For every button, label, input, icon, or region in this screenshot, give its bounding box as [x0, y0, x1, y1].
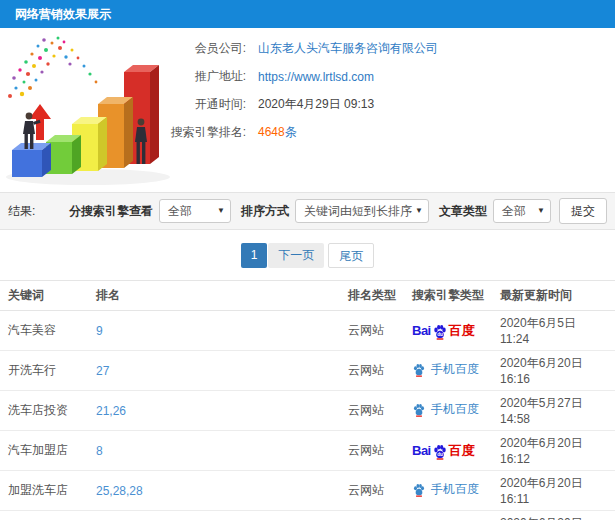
open-time-value: 2020年4月29日 09:13 — [258, 96, 374, 113]
chevron-down-icon: ▼ — [415, 200, 423, 222]
rank-count-suffix: 条 — [285, 125, 297, 139]
table-row: 加盟洗车店 25,28,28 云网站 Bai du 百度 — [0, 471, 615, 511]
rank-cell[interactable]: 30 — [88, 511, 340, 520]
mobile-baidu-paw-icon — [412, 363, 426, 377]
update-time-cell: 2020年6月20日 16:16 — [492, 351, 615, 391]
keyword-cell: 洗车店投资 — [0, 391, 88, 431]
confetti-dots — [8, 37, 97, 99]
engine-type-cell: Bai du 百度 — [404, 471, 492, 511]
baidu-paw-icon: du — [432, 444, 448, 460]
page-1-button[interactable]: 1 — [241, 243, 268, 268]
column-header-rank: 排名 — [88, 281, 340, 311]
member-company-row: 会员公司: 山东老人头汽车服务咨询有限公司 — [150, 40, 438, 57]
sort-selected-value: 关键词由短到长排序 — [304, 204, 412, 218]
update-time-cell: 2020年6月5日 11:24 — [492, 311, 615, 351]
article-type-label: 文章类型 — [439, 203, 487, 220]
rank-type-cell: 云网站 — [340, 391, 404, 431]
article-type-selected-value: 全部 — [502, 204, 526, 218]
mobile-baidu-label: 手机百度 — [431, 361, 479, 378]
baidu-logo: Bai du 百度 — [412, 324, 475, 338]
engine-filter-select[interactable]: 全部 ▼ — [159, 199, 231, 223]
engine-type-cell: Bai du 百度 — [404, 311, 492, 351]
keyword-cell: 汽车加盟店 — [0, 431, 88, 471]
table-row: 汽车加盟店 8 云网站 Bai du 百度 — [0, 431, 615, 471]
mobile-baidu-paw-icon — [412, 403, 426, 417]
summary-section: 会员公司: 山东老人头汽车服务咨询有限公司 推广地址: https://www.… — [0, 28, 615, 192]
mobile-baidu-badge: 手机百度 — [412, 481, 479, 498]
engine-rank-count-label: 搜索引擎排名: — [150, 124, 246, 141]
engine-type-cell: Bai du 百度 — [404, 511, 492, 520]
last-page-button[interactable]: 尾页 — [328, 243, 374, 268]
baidu-logo: Bai du 百度 — [412, 444, 475, 458]
member-company-label: 会员公司: — [150, 40, 246, 57]
table-row: 洗车店投资 21,26 云网站 Bai du 百度 — [0, 391, 615, 431]
column-header-update-time: 最新更新时间 — [492, 281, 615, 311]
engine-type-cell: Bai du 百度 — [404, 391, 492, 431]
table-row: 洗车赚钱吗 30 云网站 Bai du 百度 — [0, 511, 615, 520]
sort-select[interactable]: 关键词由短到长排序 ▼ — [295, 199, 429, 223]
rank-cell[interactable]: 8 — [88, 431, 340, 471]
rank-cell[interactable]: 25,28,28 — [88, 471, 340, 511]
pagination: 1 下一页 尾页 — [0, 243, 615, 268]
engine-filter-selected-value: 全部 — [168, 204, 192, 218]
column-header-keyword: 关键词 — [0, 281, 88, 311]
svg-text:du: du — [437, 452, 443, 457]
promotion-url-label: 推广地址: — [150, 68, 246, 85]
update-time-cell: 2020年6月20日 16:11 — [492, 471, 615, 511]
member-info: 会员公司: 山东老人头汽车服务咨询有限公司 推广地址: https://www.… — [150, 40, 438, 152]
column-header-engine-type: 搜索引擎类型 — [404, 281, 492, 311]
filter-controls: 分搜索引擎查看 全部 ▼ 排序方式 关键词由短到长排序 ▼ 文章类型 全部 ▼ … — [59, 198, 607, 224]
baidu-logo-text-cn: 百度 — [449, 444, 475, 458]
chevron-down-icon: ▼ — [537, 200, 545, 222]
table-row: 开洗车行 27 云网站 Bai du 百度 — [0, 351, 615, 391]
column-header-rank-type: 排名类型 — [340, 281, 404, 311]
sort-label: 排序方式 — [241, 203, 289, 220]
next-page-button[interactable]: 下一页 — [268, 243, 324, 268]
engine-rank-count-value: 4648条 — [258, 124, 297, 141]
keyword-cell: 洗车赚钱吗 — [0, 511, 88, 520]
table-row: 汽车美容 9 云网站 Bai du 百度 — [0, 311, 615, 351]
rank-type-cell: 云网站 — [340, 471, 404, 511]
mobile-baidu-paw-icon — [412, 483, 426, 497]
rank-type-cell: 云网站 — [340, 311, 404, 351]
promotion-url-row: 推广地址: https://www.lrtlsd.com — [150, 68, 438, 85]
mobile-baidu-badge: 手机百度 — [412, 401, 479, 418]
bar-green — [46, 135, 81, 174]
rank-type-cell: 云网站 — [340, 431, 404, 471]
rank-count-number: 4648 — [258, 125, 285, 139]
rank-type-cell: 云网站 — [340, 511, 404, 520]
engine-rank-count-row: 搜索引擎排名: 4648条 — [150, 124, 438, 141]
article-type-select[interactable]: 全部 ▼ — [493, 199, 551, 223]
rank-cell[interactable]: 27 — [88, 351, 340, 391]
rank-cell[interactable]: 21,26 — [88, 391, 340, 431]
filter-bar: 结果: 分搜索引擎查看 全部 ▼ 排序方式 关键词由短到长排序 ▼ 文章类型 全… — [0, 192, 615, 230]
engine-filter-label: 分搜索引擎查看 — [69, 203, 153, 220]
table-header-row: 关键词 排名 排名类型 搜索引擎类型 最新更新时间 — [0, 281, 615, 311]
member-company-link[interactable]: 山东老人头汽车服务咨询有限公司 — [258, 40, 438, 57]
rank-cell[interactable]: 9 — [88, 311, 340, 351]
keyword-cell: 加盟洗车店 — [0, 471, 88, 511]
promotion-url-link[interactable]: https://www.lrtlsd.com — [258, 70, 374, 84]
page-title: 网络营销效果展示 — [0, 0, 615, 28]
baidu-logo-text-cn: 百度 — [449, 324, 475, 338]
keyword-cell: 开洗车行 — [0, 351, 88, 391]
results-table: 关键词 排名 排名类型 搜索引擎类型 最新更新时间 汽车美容 9 云网站 Bai… — [0, 280, 615, 520]
open-time-row: 开通时间: 2020年4月29日 09:13 — [150, 96, 438, 113]
result-label: 结果: — [8, 203, 35, 220]
chevron-down-icon: ▼ — [217, 200, 225, 222]
baidu-logo-text-bai: Bai — [412, 324, 431, 338]
keyword-cell: 汽车美容 — [0, 311, 88, 351]
update-time-cell: 2020年5月27日 14:58 — [492, 391, 615, 431]
baidu-logo-text-bai: Bai — [412, 444, 431, 458]
mobile-baidu-badge: 手机百度 — [412, 361, 479, 378]
update-time-cell: 2020年6月20日 16:12 — [492, 511, 615, 520]
engine-type-cell: Bai du 百度 — [404, 351, 492, 391]
mobile-baidu-label: 手机百度 — [431, 481, 479, 498]
open-time-label: 开通时间: — [150, 96, 246, 113]
svg-text:du: du — [437, 332, 443, 337]
engine-type-cell: Bai du 百度 — [404, 431, 492, 471]
mobile-baidu-label: 手机百度 — [431, 401, 479, 418]
rank-type-cell: 云网站 — [340, 351, 404, 391]
submit-button[interactable]: 提交 — [559, 198, 607, 224]
update-time-cell: 2020年6月20日 16:12 — [492, 431, 615, 471]
